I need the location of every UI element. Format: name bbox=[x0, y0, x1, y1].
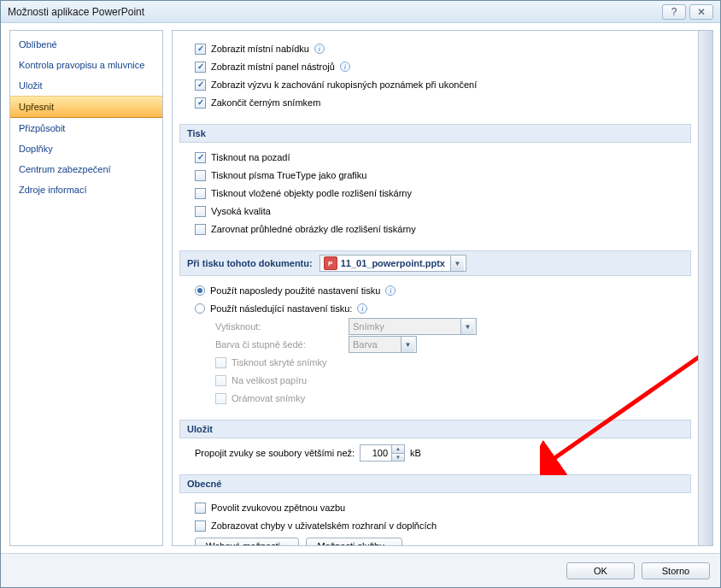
label-use-following: Použít následující nastavení tisku: bbox=[210, 303, 352, 314]
chevron-down-icon: ▼ bbox=[460, 319, 474, 334]
sidebar-item-trust[interactable]: Centrum zabezpečení bbox=[10, 159, 162, 179]
section-save-head: Uložit bbox=[179, 420, 691, 438]
sidebar-item-proofing[interactable]: Kontrola pravopisu a mluvnice bbox=[10, 55, 162, 75]
content-scroll: Zobrazit místní nabídku Zobrazit místní … bbox=[173, 31, 698, 545]
checkbox-print-hidden bbox=[215, 357, 226, 368]
titlebar: Možnosti aplikace PowerPoint ? ✕ bbox=[1, 1, 720, 23]
close-button[interactable]: ✕ bbox=[689, 4, 713, 20]
dialog-footer: OK Storno bbox=[1, 553, 720, 587]
label-print-inserted: Tisknout vložené objekty podle rozlišení… bbox=[211, 188, 412, 198]
label-color-gray: Barva či stupně šedé: bbox=[215, 339, 343, 350]
label-frame-slides: Orámovat snímky bbox=[232, 393, 305, 403]
sidebar-item-save[interactable]: Uložit bbox=[10, 75, 162, 96]
label-print-what: Vytisknout: bbox=[215, 321, 343, 332]
sidebar-item-resources[interactable]: Zdroje informací bbox=[10, 179, 162, 200]
checkbox-high-quality[interactable] bbox=[195, 206, 206, 217]
radio-use-recent[interactable] bbox=[195, 285, 205, 296]
label-link-sounds: Propojit zvuky se soubory většími než: bbox=[195, 448, 355, 458]
link-sounds-spinner[interactable]: ▲ ▼ bbox=[360, 444, 405, 462]
options-dialog: Možnosti aplikace PowerPoint ? ✕ Oblíben… bbox=[0, 0, 721, 588]
label-print-truetype: Tisknout písma TrueType jako grafiku bbox=[211, 170, 366, 180]
powerpoint-file-icon: P bbox=[324, 256, 337, 270]
checkbox-end-black[interactable] bbox=[195, 97, 206, 109]
info-icon[interactable] bbox=[357, 303, 367, 314]
checkbox-show-context-menu[interactable] bbox=[195, 44, 206, 55]
checkbox-prompt-ink[interactable] bbox=[195, 79, 206, 91]
info-icon[interactable] bbox=[340, 62, 350, 72]
vertical-scrollbar[interactable] bbox=[698, 31, 712, 545]
sidebar-item-customize[interactable]: Přizpůsobit bbox=[10, 118, 162, 138]
document-dropdown[interactable]: P 11_01_powerpoint.pptx ▼ bbox=[319, 255, 466, 272]
info-icon[interactable] bbox=[385, 285, 396, 296]
color-gray-value: Barva bbox=[353, 339, 378, 350]
checkbox-print-truetype[interactable] bbox=[195, 170, 206, 181]
label-high-quality: Vysoká kvalita bbox=[211, 206, 271, 216]
checkbox-sound-feedback[interactable] bbox=[195, 503, 206, 514]
label-prompt-ink: Zobrazit výzvu k zachování rukopisných p… bbox=[211, 79, 477, 90]
radio-use-following[interactable] bbox=[195, 303, 205, 314]
link-sounds-input[interactable] bbox=[360, 445, 391, 461]
category-sidebar: Oblíbené Kontrola pravopisu a mluvnice U… bbox=[9, 30, 163, 546]
label-align-transparent: Zarovnat průhledné obrázky dle rozlišení… bbox=[211, 224, 416, 234]
section-print-head: Tisk bbox=[179, 124, 691, 143]
label-print-hidden: Tisknout skryté snímky bbox=[232, 357, 326, 368]
sidebar-item-favorites[interactable]: Oblíbené bbox=[10, 34, 162, 55]
section-general-head: Obecné bbox=[179, 474, 691, 493]
checkbox-print-inserted[interactable] bbox=[195, 188, 206, 199]
label-end-black: Zakončit černým snímkem bbox=[211, 97, 320, 108]
checkbox-show-addin-errors[interactable] bbox=[195, 520, 206, 532]
checkbox-print-background[interactable] bbox=[195, 152, 206, 163]
checkbox-scale-paper bbox=[215, 375, 226, 386]
label-print-background: Tisknout na pozadí bbox=[211, 152, 290, 162]
print-what-value: Snímky bbox=[353, 321, 384, 332]
print-what-dropdown: Snímky ▼ bbox=[349, 318, 477, 335]
label-show-toolbar: Zobrazit místní panel nástrojů bbox=[211, 62, 335, 72]
label-sound-feedback: Povolit zvukovou zpětnou vazbu bbox=[211, 503, 345, 513]
content-panel: Zobrazit místní nabídku Zobrazit místní … bbox=[172, 30, 713, 546]
label-show-addin-errors: Zobrazovat chyby v uživatelském rozhraní… bbox=[211, 520, 437, 531]
label-use-recent: Použít naposledy použité nastavení tisku bbox=[210, 285, 380, 296]
color-gray-dropdown: Barva ▼ bbox=[349, 336, 417, 353]
sidebar-item-addins[interactable]: Doplňky bbox=[10, 138, 162, 159]
ok-button[interactable]: OK bbox=[566, 562, 635, 579]
web-options-button[interactable]: Webové možnosti... bbox=[195, 538, 299, 545]
service-options-button[interactable]: Možnosti služby... bbox=[306, 538, 402, 545]
label-kb-unit: kB bbox=[410, 448, 421, 458]
cancel-button[interactable]: Storno bbox=[642, 562, 710, 579]
window-title: Možnosti aplikace PowerPoint bbox=[8, 6, 659, 18]
sidebar-item-advanced[interactable]: Upřesnit bbox=[10, 96, 162, 118]
spinner-down-icon[interactable]: ▼ bbox=[392, 454, 404, 462]
help-button[interactable]: ? bbox=[662, 4, 686, 20]
label-show-context-menu: Zobrazit místní nabídku bbox=[211, 44, 309, 54]
checkbox-show-toolbar[interactable] bbox=[195, 62, 206, 73]
spinner-up-icon[interactable]: ▲ bbox=[392, 445, 404, 454]
label-scale-paper: Na velikost papíru bbox=[232, 375, 307, 385]
section-doc-head: Při tisku tohoto dokumentu: P 11_01_powe… bbox=[179, 250, 691, 276]
checkbox-frame-slides bbox=[215, 393, 226, 404]
chevron-down-icon: ▼ bbox=[450, 256, 464, 271]
document-dropdown-value: 11_01_powerpoint.pptx bbox=[341, 258, 445, 268]
chevron-down-icon: ▼ bbox=[401, 337, 414, 352]
info-icon[interactable] bbox=[314, 44, 325, 54]
checkbox-align-transparent[interactable] bbox=[195, 224, 206, 235]
section-doc-label: Při tisku tohoto dokumentu: bbox=[187, 258, 313, 268]
